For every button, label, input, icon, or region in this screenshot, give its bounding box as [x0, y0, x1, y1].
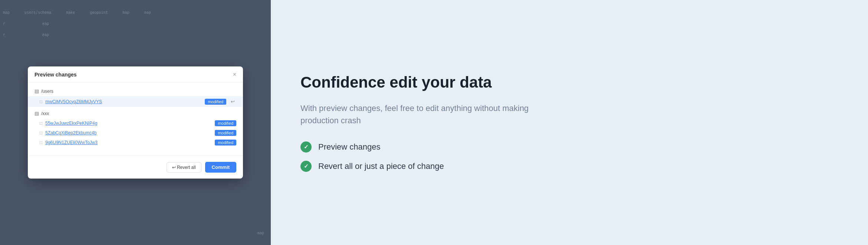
file-row[interactable]: □ 9g6U9N1ZUEii0WwToJw3 modified: [28, 138, 243, 147]
file-name[interactable]: mwCiMV5OcyqZ6MMJyVYS: [45, 99, 202, 104]
page-headline: Confidence edit your data: [300, 73, 838, 92]
group-name-users: /users: [41, 89, 53, 94]
status-badge-3: modified: [215, 130, 236, 136]
modal-header: Preview changes ×: [28, 66, 243, 82]
revert-single-icon[interactable]: ↩: [229, 98, 236, 105]
file-name-4[interactable]: 9g6U9N1ZUEii0WwToJw3: [45, 140, 212, 145]
file-group-xxx: ▤ /xxx □ 55wJwJuwzEkxPeKNIP4g modified □…: [28, 108, 243, 147]
status-badge-2: modified: [215, 120, 236, 126]
feature-label-1: Preview changes: [318, 142, 381, 152]
file-row[interactable]: □ 55wJwJuwzEkxPeKNIP4g modified: [28, 118, 243, 128]
modal-body: ▤ /users □ mwCiMV5OcyqZ6MMJyVYS modified…: [28, 82, 243, 153]
feature-label-2: Revert all or just a piece of change: [318, 161, 444, 171]
feature-item-2: Revert all or just a piece of change: [300, 161, 838, 172]
file-name-2[interactable]: 55wJwJuwzEkxPeKNIP4g: [45, 121, 212, 126]
folder-icon: ▤: [34, 88, 39, 94]
file-icon-2: □: [40, 121, 42, 126]
file-row[interactable]: □ 5ZabCqXiBep2Ekbumc4b modified: [28, 128, 243, 138]
page-description: With preview changes, feel free to edit …: [300, 102, 560, 127]
file-icon-3: □: [40, 130, 42, 135]
feature-list: Preview changes Revert all or just a pie…: [300, 141, 838, 172]
left-panel: map users/schema make geopoint map map r…: [0, 0, 271, 245]
group-header-xxx: ▤ /xxx: [28, 108, 243, 118]
commit-button[interactable]: Commit: [205, 162, 236, 173]
modal-title: Preview changes: [34, 72, 77, 78]
right-panel: Confidence edit your data With preview c…: [271, 51, 868, 194]
folder-icon-2: ▤: [34, 111, 39, 116]
file-name-3[interactable]: 5ZabCqXiBep2Ekbumc4b: [45, 130, 212, 135]
file-icon: □: [40, 99, 42, 104]
status-badge-4: modified: [215, 140, 236, 146]
group-header-users: ▤ /users: [28, 86, 243, 96]
group-name-xxx: /xxx: [41, 111, 49, 116]
file-row[interactable]: □ mwCiMV5OcyqZ6MMJyVYS modified ↩: [28, 96, 243, 107]
check-icon-1: [300, 141, 312, 153]
file-icon-4: □: [40, 140, 42, 145]
status-badge: modified: [205, 99, 226, 105]
modal-close-button[interactable]: ×: [233, 72, 236, 78]
file-group-users: ▤ /users □ mwCiMV5OcyqZ6MMJyVYS modified…: [28, 86, 243, 107]
revert-all-button[interactable]: ↩ Revert all: [167, 162, 201, 173]
preview-changes-modal: Preview changes × ▤ /users □ mwCiMV5Ocyq…: [28, 66, 243, 179]
check-icon-2: [300, 161, 312, 172]
feature-item-1: Preview changes: [300, 141, 838, 153]
modal-footer: ↩ Revert all Commit: [28, 156, 243, 179]
